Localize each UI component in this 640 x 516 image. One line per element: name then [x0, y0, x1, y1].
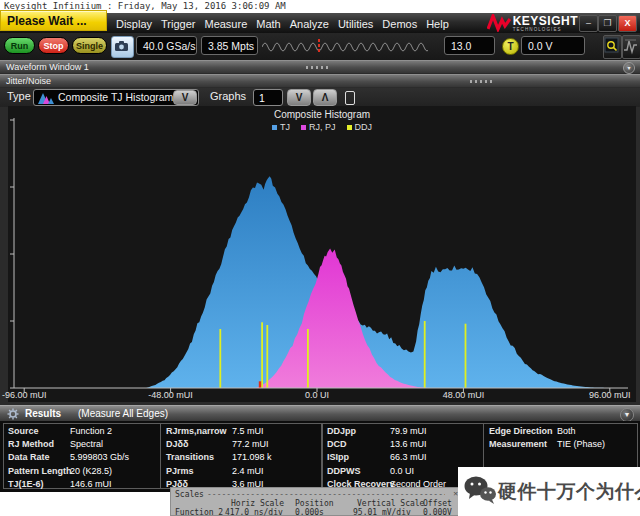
- horizontal-timebase-strip[interactable]: [262, 39, 428, 54]
- results-collapse-button[interactable]: ▼: [620, 408, 634, 422]
- scales-header-horiz: Horiz Scale: [231, 499, 284, 508]
- waveform-tool-button[interactable]: [622, 35, 640, 59]
- ddj-spike: [219, 329, 221, 388]
- x-tick-label: 0.0 UI: [305, 390, 329, 400]
- scales-panel[interactable]: Scales ---------------------------------…: [170, 487, 462, 516]
- scales-value-horiz: 417.0 ns/div: [225, 508, 283, 516]
- menu-item-analyze[interactable]: Analyze: [290, 14, 329, 34]
- composite-histogram-plot[interactable]: Composite Histogram TJRJ, PJDDJ -96.00 m…: [8, 106, 636, 402]
- result-label: DCD: [327, 439, 347, 449]
- drag-handle[interactable]: [306, 66, 330, 69]
- result-label: DDPWS: [327, 466, 361, 476]
- result-value: 2.4 mUI: [232, 466, 264, 476]
- jitter-controls-row: Type Composite TJ Histogram V Graphs 1 V…: [0, 88, 640, 107]
- trigger-badge[interactable]: T: [502, 38, 519, 55]
- result-value: 13.6 mUI: [390, 439, 427, 449]
- result-label: Transitions: [166, 452, 214, 462]
- menu-item-math[interactable]: Math: [256, 14, 280, 34]
- result-label: Edge Direction: [489, 426, 553, 436]
- zoom-tool-button[interactable]: [603, 35, 622, 59]
- x-tick-label: 96.00 mUI: [589, 390, 631, 400]
- result-label: Source: [8, 426, 39, 436]
- restore-button[interactable]: ❐: [598, 15, 617, 32]
- composite-histogram-icon: [37, 92, 55, 104]
- result-row: ISIpp66.3 mUI: [327, 452, 477, 465]
- result-label: DDJpp: [327, 426, 356, 436]
- results-header[interactable]: Results (Measure All Edges) ▼: [0, 405, 640, 421]
- scales-row-name: Function 2: [175, 508, 223, 516]
- menu-item-help[interactable]: Help: [426, 14, 449, 34]
- result-value: 0.0 UI: [390, 466, 414, 476]
- watermark: 硬件十万个为什么: [458, 467, 640, 516]
- scales-rule: ----------------------------------------…: [207, 490, 445, 499]
- histogram-type-value: Composite TJ Histogram: [58, 91, 173, 103]
- ddj-spike: [266, 325, 268, 388]
- trigger-level-field[interactable]: 0.0 V: [521, 36, 585, 55]
- brand-name: KEYSIGHT: [513, 15, 578, 27]
- scales-header-vertical: Vertical Scale: [357, 499, 424, 508]
- single-button[interactable]: Single: [72, 37, 107, 54]
- bandwidth-field[interactable]: 13.0 GHz: [444, 36, 495, 55]
- menu-item-measure[interactable]: Measure: [204, 14, 247, 34]
- result-value: Spectral: [70, 439, 103, 449]
- infiniium-app-window: Keysight Infiniium : Friday, May 13, 201…: [0, 0, 640, 516]
- menu-item-utilities[interactable]: Utilities: [338, 14, 373, 34]
- menu-item-display[interactable]: Display: [116, 14, 152, 34]
- memory-depth-field[interactable]: 3.85 Mpts: [201, 36, 258, 55]
- scales-value-position: 0.000s: [295, 508, 324, 516]
- type-label: Type: [7, 90, 31, 102]
- scales-value-vertical: 95.01 mV/div: [353, 508, 411, 516]
- result-row: Data Rate5.999803 Gb/s: [8, 452, 158, 465]
- window-menu-button[interactable]: ▾: [623, 62, 635, 74]
- screenshot-button[interactable]: [111, 36, 134, 58]
- results-column-3: DDJpp79.9 mUIDCD13.6 mUIISIpp66.3 mUIDDP…: [327, 426, 477, 492]
- toolbar: Run Stop Single 40.0 GSa/s 3.85 Mpts 13.…: [0, 33, 640, 60]
- sample-rate-field[interactable]: 40.0 GSa/s: [136, 36, 197, 55]
- result-row: TJ(1E-6)146.6 mUI: [8, 479, 158, 492]
- result-label: Data Rate: [8, 452, 50, 462]
- waveform-window-label: Waveform Window 1: [6, 61, 89, 73]
- drag-handle[interactable]: [470, 80, 494, 83]
- graphs-label: Graphs: [210, 90, 246, 102]
- run-button[interactable]: Run: [4, 37, 35, 54]
- pin-icon[interactable]: [345, 91, 355, 105]
- menu-item-trigger[interactable]: Trigger: [161, 14, 195, 34]
- chart-title: Composite Histogram: [8, 109, 636, 120]
- result-value: 171.098 k: [232, 452, 272, 462]
- result-row: DCD13.6 mUI: [327, 439, 477, 452]
- legend-item: TJ: [272, 122, 290, 132]
- result-label: TJ(1E-6): [8, 479, 44, 489]
- scales-value-offset: 0.000V: [423, 508, 452, 516]
- keysight-spark-icon: [487, 14, 511, 32]
- menu-item-demos[interactable]: Demos: [382, 14, 417, 34]
- result-value: 79.9 mUI: [390, 426, 427, 436]
- waveform-window-bar[interactable]: Waveform Window 1 ▾: [0, 60, 640, 73]
- x-tick-label: -48.00 mUI: [148, 390, 193, 400]
- result-value: Both: [557, 426, 576, 436]
- result-label: ISIpp: [327, 452, 349, 462]
- jitter-noise-label: Jitter/Noise: [6, 75, 51, 87]
- graphs-increment-button[interactable]: Λ: [313, 89, 337, 106]
- results-column-2: RJrms,narrow7.5 mUIDJδδ77.2 mUITransitio…: [166, 426, 316, 492]
- result-row: Transitions171.098 k: [166, 452, 316, 465]
- gear-icon[interactable]: [7, 408, 19, 420]
- histogram-type-dropdown[interactable]: Composite TJ Histogram V: [33, 89, 199, 106]
- result-row: RJ MethodSpectral: [8, 439, 158, 452]
- result-row: DDPWS0.0 UI: [327, 466, 477, 479]
- result-label: Measurement: [489, 439, 547, 449]
- ddj-spike: [307, 329, 309, 388]
- chart-legend: TJRJ, PJDDJ: [8, 122, 636, 132]
- jitter-noise-bar[interactable]: Jitter/Noise: [0, 74, 640, 87]
- minimize-button[interactable]: –: [579, 15, 598, 32]
- graphs-count-field[interactable]: 1: [253, 89, 283, 106]
- results-subtitle: (Measure All Edges): [78, 406, 168, 421]
- wechat-icon: [463, 475, 497, 505]
- result-label: Pattern Length: [8, 466, 72, 476]
- stop-button[interactable]: Stop: [38, 37, 69, 54]
- results-column-1: SourceFunction 2RJ MethodSpectralData Ra…: [8, 426, 158, 492]
- legend-swatch: [347, 125, 352, 130]
- close-button[interactable]: X: [618, 15, 637, 32]
- graphs-decrement-button[interactable]: V: [287, 89, 311, 106]
- dropdown-chevron-button[interactable]: V: [173, 90, 197, 105]
- legend-label: DDJ: [355, 122, 373, 132]
